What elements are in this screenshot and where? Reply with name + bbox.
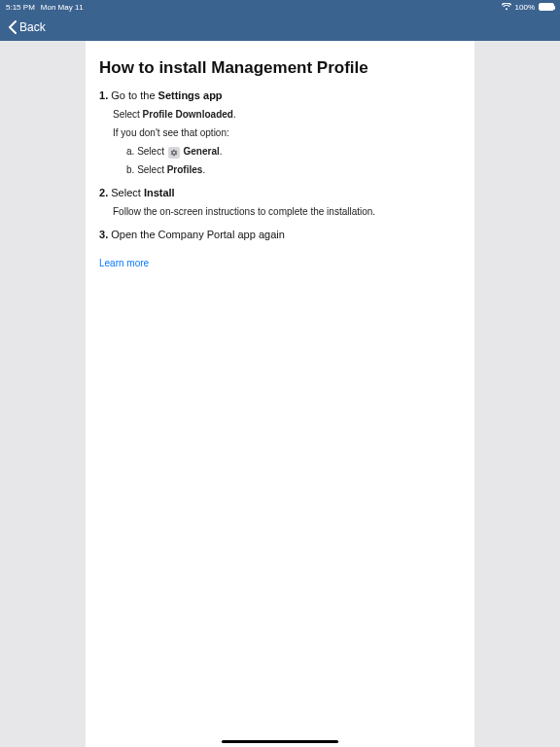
status-left: 5:15 PM Mon May 11 — [6, 3, 84, 12]
step-1a-prefix: Select — [137, 146, 167, 157]
page-title: How to install Management Profile — [99, 58, 461, 78]
step-3: Open the Company Portal app again — [99, 229, 461, 240]
back-label: Back — [19, 20, 46, 34]
wifi-icon — [502, 3, 511, 11]
step-1b-suffix: . — [202, 164, 205, 175]
status-time: 5:15 PM — [6, 3, 35, 12]
nav-bar: Back — [0, 14, 560, 41]
step-2: Select Install Follow the on-screen inst… — [99, 187, 461, 217]
chevron-left-icon — [8, 20, 18, 34]
back-button[interactable]: Back — [8, 20, 46, 34]
step-1b: Select Profiles. — [126, 164, 461, 175]
step-1-prefix: Go to the — [111, 89, 158, 101]
step-1-detail-bold: Profile Downloaded — [143, 109, 233, 120]
step-1-subitems: Select General. Select Profiles. — [126, 146, 461, 175]
content-card: How to install Management Profile Go to … — [86, 41, 474, 747]
status-right: 100% — [502, 3, 554, 12]
step-2-prefix: Select — [111, 187, 144, 198]
step-2-bold: Install — [144, 187, 175, 198]
step-1-line: Go to the Settings app — [99, 89, 461, 101]
step-1a-bold: General — [183, 146, 219, 157]
home-indicator[interactable] — [222, 740, 338, 743]
step-3-prefix: Open the Company Portal app again — [111, 229, 285, 240]
step-1b-prefix: Select — [137, 164, 167, 175]
step-3-line: Open the Company Portal app again — [99, 229, 461, 240]
step-2-line: Select Install — [99, 187, 461, 198]
step-1-detail-suffix: . — [233, 109, 236, 120]
status-bar: 5:15 PM Mon May 11 100% — [0, 0, 560, 14]
step-2-detail-text: Follow the on-screen instructions to com… — [113, 206, 461, 217]
step-1-note: If you don't see that option: — [113, 127, 461, 138]
step-1-detail: Select Profile Downloaded. If you don't … — [113, 109, 461, 175]
step-2-detail: Follow the on-screen instructions to com… — [113, 206, 461, 217]
steps-list: Go to the Settings app Select Profile Do… — [99, 89, 461, 240]
step-1-detail-prefix: Select — [113, 109, 143, 120]
step-1a-suffix: . — [220, 146, 223, 157]
battery-percent: 100% — [515, 3, 535, 12]
status-date: Mon May 11 — [41, 3, 84, 12]
step-1-bold: Settings app — [158, 89, 223, 101]
gear-icon — [168, 147, 180, 159]
battery-icon — [539, 3, 554, 11]
learn-more-link[interactable]: Learn more — [99, 258, 461, 268]
step-1a: Select General. — [126, 146, 461, 159]
step-1b-bold: Profiles — [167, 164, 203, 175]
step-1: Go to the Settings app Select Profile Do… — [99, 89, 461, 175]
